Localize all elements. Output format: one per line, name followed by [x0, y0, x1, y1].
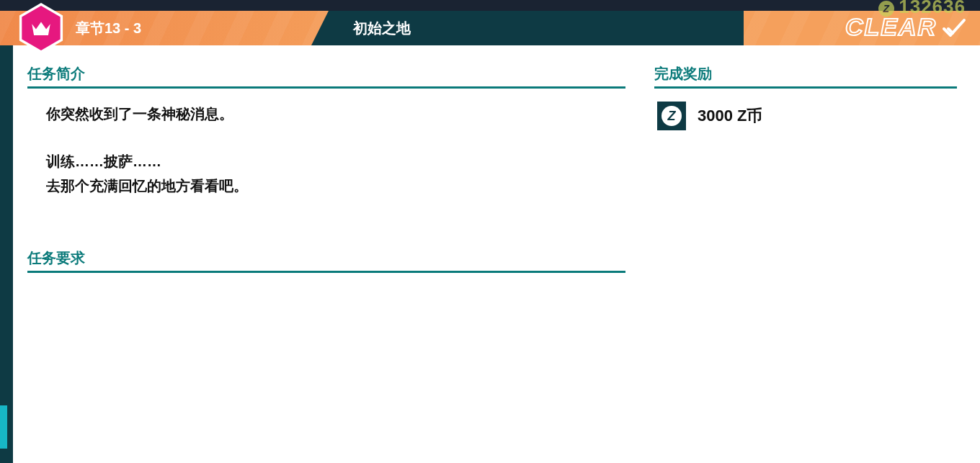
crown-icon — [29, 16, 53, 40]
requirements-section-title: 任务要求 — [27, 248, 625, 273]
left-accent-strip — [0, 45, 13, 463]
rewards-section-title: 完成奖励 — [654, 64, 957, 89]
intro-paragraph: 你突然收到了一条神秘消息。 — [46, 102, 625, 126]
right-column: 完成奖励 Z 3000 Z币 — [640, 45, 980, 463]
chapter-label: 章节13 - 3 — [76, 19, 141, 38]
main-panel: 任务简介 你突然收到了一条神秘消息。 训练……披萨…… 去那个充满回忆的地方看看… — [13, 45, 980, 463]
intro-section-title: 任务简介 — [27, 64, 625, 89]
intro-paragraph: 训练……披萨…… 去那个充满回忆的地方看看吧。 — [46, 149, 625, 198]
intro-line: 去那个充满回忆的地方看看吧。 — [46, 178, 248, 194]
stage-title-tab: 初始之地 — [311, 11, 744, 45]
intro-line: 训练……披萨…… — [46, 153, 161, 169]
clear-label: CLEAR — [845, 13, 937, 41]
reward-item[interactable]: Z 3000 Z币 — [654, 102, 957, 130]
reward-label: 3000 Z币 — [698, 105, 763, 127]
z-coin-icon: Z — [657, 102, 686, 130]
header-bar: 章节13 - 3 初始之地 — [0, 11, 980, 45]
clear-badge: CLEAR — [845, 13, 967, 41]
chapter-badge[interactable] — [16, 3, 66, 53]
checkmark-icon — [941, 14, 967, 40]
intro-body: 你突然收到了一条神秘消息。 训练……披萨…… 去那个充满回忆的地方看看吧。 — [27, 102, 625, 198]
left-column: 任务简介 你突然收到了一条神秘消息。 训练……披萨…… 去那个充满回忆的地方看看… — [13, 45, 640, 463]
stage-title: 初始之地 — [353, 19, 411, 38]
